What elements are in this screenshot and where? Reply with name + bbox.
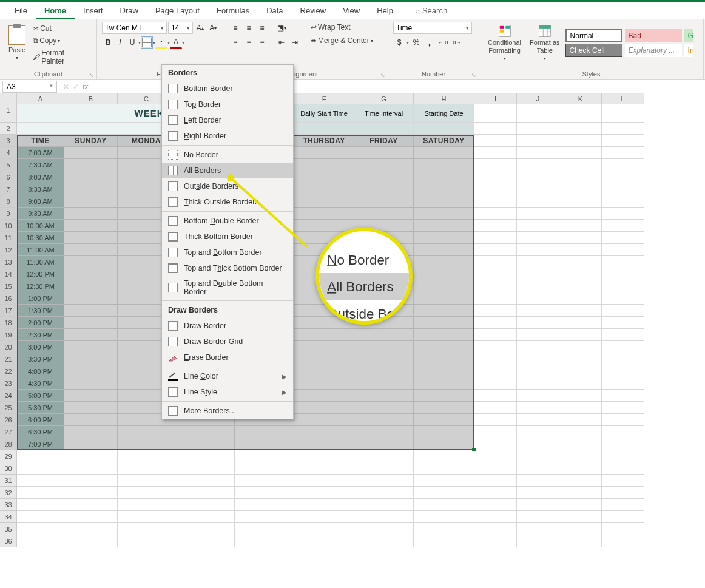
font-color-button[interactable]: A [170,36,182,49]
row-header-21[interactable]: 21 [0,353,17,365]
time-cell-18[interactable]: 4:00 PM [17,365,64,377]
day-header-1[interactable]: SUNDAY [64,135,118,147]
style-normal[interactable]: Normal [565,29,622,42]
borders-button[interactable] [141,36,153,49]
menu-data[interactable]: Data [258,2,291,19]
wrap-text-button[interactable]: ↩Wrap Text [308,22,376,33]
border-option-top-and-bottom-border[interactable]: Top and Bottom Border [162,245,293,260]
font-name-select[interactable]: Tw Cen MT [102,22,167,34]
border-option-draw-border[interactable]: Draw Border [162,318,293,334]
decrease-decimal-button[interactable]: .0→ [450,36,462,49]
row-header-1[interactable]: 1 [0,104,17,123]
header2-1[interactable]: Time Interval [354,104,414,123]
time-cell-3[interactable]: 8:30 AM [17,183,64,195]
name-box[interactable]: A3▾ [2,81,57,93]
align-left-button[interactable]: ≡ [229,36,241,49]
menu-file[interactable]: File [6,2,36,19]
alignment-launcher[interactable]: ⤡ [380,72,385,78]
enter-formula-icon[interactable]: ✓ [73,83,79,91]
style-good[interactable]: G [684,29,693,42]
row-header-34[interactable]: 34 [0,511,17,523]
time-cell-1[interactable]: 7:30 AM [17,159,64,171]
row-header-7[interactable]: 7 [0,183,17,195]
time-cell-12[interactable]: 1:00 PM [17,292,64,305]
time-cell-8[interactable]: 11:00 AM [17,244,64,256]
clipboard-launcher[interactable]: ⤡ [89,72,94,78]
fill-color-button[interactable]: 🞍 [155,36,167,49]
time-cell-10[interactable]: 12:00 PM [17,268,64,280]
orientation-button[interactable]: ⬔▾ [275,22,288,34]
row-header-8[interactable]: 8 [0,195,17,208]
row-header-18[interactable]: 18 [0,317,17,329]
time-cell-23[interactable]: 6:30 PM [17,426,64,438]
time-cell-19[interactable]: 4:30 PM [17,377,64,390]
row-header-25[interactable]: 25 [0,402,17,414]
border-option-no-border[interactable]: No Border [162,147,293,163]
merge-center-button[interactable]: ⬌Merge & Center▾ [308,35,376,46]
style-explanatory[interactable]: Explanatory ... [625,44,682,57]
row-header-4[interactable]: 4 [0,147,17,159]
column-header-F[interactable]: F [294,93,354,104]
align-center-button[interactable]: ≡ [243,36,255,49]
row-header-14[interactable]: 14 [0,268,17,280]
bold-button[interactable]: B [102,36,114,49]
decrease-font-button[interactable]: A▾ [207,22,219,34]
row-header-26[interactable]: 26 [0,414,17,426]
row-header-2[interactable]: 2 [0,123,17,135]
row-header-12[interactable]: 12 [0,244,17,256]
time-cell-22[interactable]: 6:00 PM [17,414,64,426]
column-header-H[interactable]: H [414,93,474,104]
conditional-formatting-button[interactable]: Conditional Formatting▾ [484,22,525,64]
row-header-36[interactable]: 36 [0,535,17,547]
row-header-20[interactable]: 20 [0,341,17,353]
number-launcher[interactable]: ⤡ [471,72,476,78]
time-cell-4[interactable]: 9:00 AM [17,195,64,208]
time-cell-21[interactable]: 5:30 PM [17,402,64,414]
time-cell-17[interactable]: 3:30 PM [17,353,64,365]
comma-button[interactable]: , [423,36,436,49]
row-header-30[interactable]: 30 [0,462,17,475]
row-header-35[interactable]: 35 [0,523,17,535]
menu-search[interactable]: ⌕Search [406,2,456,19]
border-option-line-style[interactable]: Line Style▶ [162,384,293,400]
style-check-cell[interactable]: Check Cell [565,44,622,57]
align-middle-button[interactable]: ≡ [243,22,255,34]
row-header-31[interactable]: 31 [0,475,17,487]
spreadsheet-grid[interactable]: ABCDEFGHIJKL 123456789101112131415161718… [0,93,705,588]
time-cell-14[interactable]: 2:00 PM [17,317,64,329]
time-cell-11[interactable]: 12:30 PM [17,280,64,292]
paste-button[interactable]: Paste▾ [5,22,29,64]
time-cell-9[interactable]: 11:30 AM [17,256,64,268]
time-cell-2[interactable]: 8:00 AM [17,171,64,183]
border-option-top-and-thick-bottom-border[interactable]: Top and Thick Bottom Border [162,260,293,276]
row-header-19[interactable]: 19 [0,329,17,341]
column-header-G[interactable]: G [354,93,414,104]
number-format-select[interactable]: Time [393,22,472,34]
format-painter-button[interactable]: 🖌Format Painter [30,47,92,67]
day-header-0[interactable]: TIME [17,135,64,147]
time-cell-20[interactable]: 5:00 PM [17,390,64,402]
row-header-9[interactable]: 9 [0,208,17,220]
time-cell-0[interactable]: 7:00 AM [17,147,64,159]
percent-button[interactable]: % [410,36,422,49]
row-header-13[interactable]: 13 [0,256,17,268]
menu-insert[interactable]: Insert [75,2,112,19]
border-option-left-border[interactable]: Left Border [162,112,293,128]
font-size-select[interactable]: 14 [168,22,193,34]
row-header-33[interactable]: 33 [0,499,17,511]
time-cell-16[interactable]: 3:00 PM [17,341,64,353]
format-as-table-button[interactable]: Format as Table▾ [526,22,564,64]
border-option-erase-border[interactable]: Erase Border [162,350,293,365]
increase-indent-button[interactable]: ⇥ [289,36,301,49]
border-option-thick-outside-borders[interactable]: Thick Outside Borders [162,194,293,210]
menu-view[interactable]: View [334,2,368,19]
row-header-5[interactable]: 5 [0,159,17,171]
column-header-L[interactable]: L [602,93,644,104]
border-option-line-color[interactable]: Line Color▶ [162,368,293,384]
border-option-outside-borders[interactable]: Outside Borders [162,178,293,194]
menu-draw[interactable]: Draw [112,2,147,19]
copy-button[interactable]: ⧉Copy▾ [30,35,92,46]
row-header-23[interactable]: 23 [0,377,17,390]
style-bad[interactable]: Bad [625,29,682,42]
row-header-15[interactable]: 15 [0,280,17,292]
